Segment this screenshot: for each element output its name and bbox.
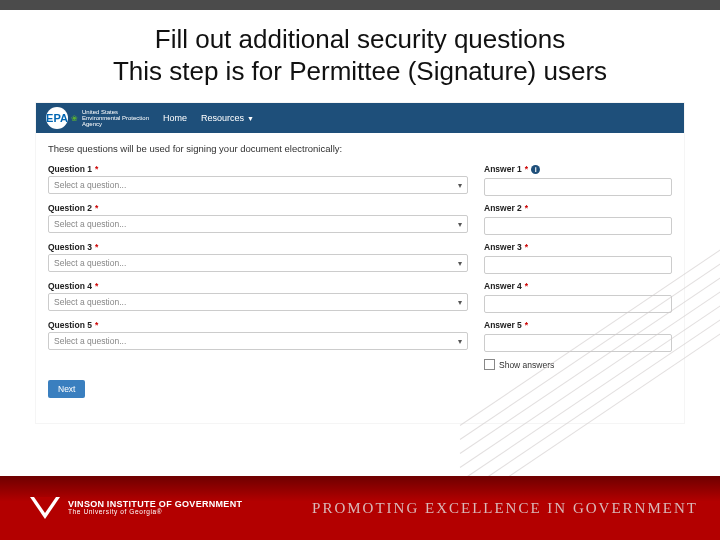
question-label: Question 5 *: [48, 320, 468, 330]
slide-title: Fill out additional security questions T…: [0, 24, 720, 87]
select-placeholder: Select a question...: [54, 180, 126, 190]
required-icon: *: [95, 242, 98, 252]
slide-top-bar: [0, 0, 720, 10]
answer-input[interactable]: [484, 178, 672, 196]
next-button[interactable]: Next: [48, 380, 85, 398]
question-row: Question 2 *Select a question...▾Answer …: [48, 203, 672, 235]
answer-input[interactable]: [484, 334, 672, 352]
chevron-down-icon: ▼: [247, 115, 254, 122]
select-placeholder: Select a question...: [54, 297, 126, 307]
question-row: Question 1 *Select a question...▾Answer …: [48, 164, 672, 196]
answer-input[interactable]: [484, 295, 672, 313]
nav-resources-label: Resources: [201, 113, 244, 123]
footer-institute: VINSON INSTITUTE OF GOVERNMENT The Unive…: [0, 497, 290, 519]
required-icon: *: [525, 281, 528, 291]
answer-label: Answer 5 *: [484, 320, 672, 330]
required-icon: *: [525, 203, 528, 213]
answer-label: Answer 2 *: [484, 203, 672, 213]
title-line-1: Fill out additional security questions: [155, 24, 565, 54]
chevron-down-icon: ▾: [458, 337, 462, 346]
show-answers-checkbox[interactable]: [484, 359, 495, 370]
required-icon: *: [525, 320, 528, 330]
question-select[interactable]: Select a question...▾: [48, 176, 468, 194]
required-icon: *: [525, 164, 528, 174]
nav-resources[interactable]: Resources ▼: [201, 113, 254, 123]
answer-label: Answer 1 * i: [484, 164, 672, 174]
required-icon: *: [95, 164, 98, 174]
question-row: Question 5 *Select a question...▾Answer …: [48, 320, 672, 352]
title-line-2: This step is for Permittee (Signature) u…: [113, 56, 607, 86]
required-icon: *: [95, 281, 98, 291]
nav-home-label: Home: [163, 113, 187, 123]
nav-home[interactable]: Home: [163, 113, 187, 123]
chevron-down-icon: ▾: [458, 259, 462, 268]
select-placeholder: Select a question...: [54, 258, 126, 268]
app-header: EPA ❀ United States Environmental Protec…: [36, 103, 684, 133]
question-row: Question 4 *Select a question...▾Answer …: [48, 281, 672, 313]
question-row: Question 3 *Select a question...▾Answer …: [48, 242, 672, 274]
question-select[interactable]: Select a question...▾: [48, 293, 468, 311]
form-body: These questions will be used for signing…: [36, 133, 684, 406]
question-select[interactable]: Select a question...▾: [48, 332, 468, 350]
question-label: Question 3 *: [48, 242, 468, 252]
question-select[interactable]: Select a question...▾: [48, 254, 468, 272]
answer-label: Answer 4 *: [484, 281, 672, 291]
question-label: Question 2 *: [48, 203, 468, 213]
answer-input[interactable]: [484, 217, 672, 235]
inst-sub: The University of Georgia®: [68, 509, 242, 516]
chevron-down-icon: ▾: [458, 181, 462, 190]
show-answers-row[interactable]: Show answers: [484, 359, 672, 370]
show-answers-label: Show answers: [499, 360, 554, 370]
answer-input[interactable]: [484, 256, 672, 274]
app-screenshot: EPA ❀ United States Environmental Protec…: [36, 103, 684, 423]
question-label: Question 1 *: [48, 164, 468, 174]
select-placeholder: Select a question...: [54, 336, 126, 346]
footer: VINSON INSTITUTE OF GOVERNMENT The Unive…: [0, 476, 720, 540]
form-intro: These questions will be used for signing…: [48, 143, 672, 154]
epa-flower-icon: ❀: [71, 114, 78, 123]
required-icon: *: [525, 242, 528, 252]
select-placeholder: Select a question...: [54, 219, 126, 229]
chevron-down-icon: ▾: [458, 298, 462, 307]
chevron-down-icon: ▾: [458, 220, 462, 229]
agency-name: United States Environmental Protection A…: [82, 109, 149, 127]
vinson-logo-icon: [30, 497, 60, 519]
required-icon: *: [95, 203, 98, 213]
info-icon[interactable]: i: [531, 165, 540, 174]
question-label: Question 4 *: [48, 281, 468, 291]
footer-tagline: PROMOTING EXCELLENCE IN GOVERNMENT: [290, 500, 720, 517]
answer-label: Answer 3 *: [484, 242, 672, 252]
epa-logo-icon: EPA: [46, 107, 68, 129]
required-icon: *: [95, 320, 98, 330]
question-select[interactable]: Select a question...▾: [48, 215, 468, 233]
